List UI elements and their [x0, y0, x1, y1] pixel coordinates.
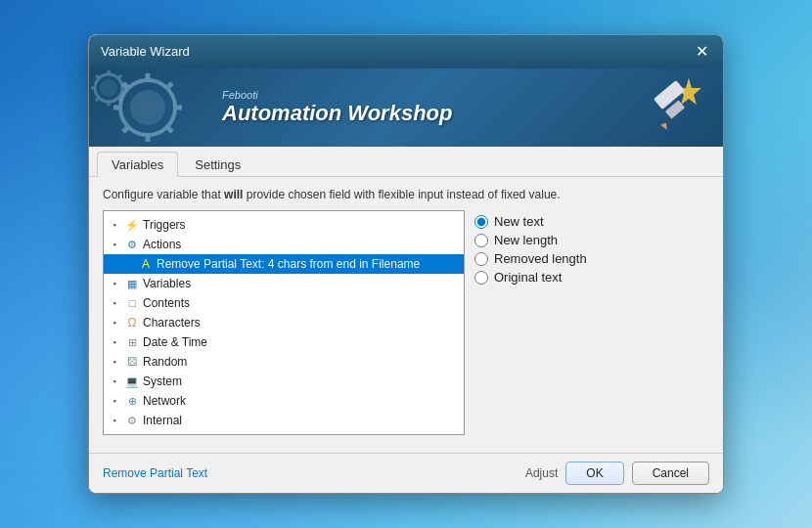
tree-item-remove-partial[interactable]: A Remove Partial Text: 4 chars from end …	[104, 254, 464, 274]
bottom-bar: Remove Partial Text Adjust OK Cancel	[89, 453, 723, 493]
tree-item-internal[interactable]: ▪ ⚙ Internal	[104, 411, 464, 430]
tree-item-contents[interactable]: ▪ □ Contents	[104, 293, 464, 313]
toggle-network[interactable]: ▪	[108, 394, 121, 408]
system-icon: 💻	[124, 374, 140, 389]
svg-point-2	[142, 102, 154, 113]
description-text: Configure variable that will provide cho…	[103, 187, 709, 203]
ok-button[interactable]: OK	[565, 462, 623, 485]
toggle-actions[interactable]: ▪	[108, 238, 121, 251]
toggle-variables[interactable]: ▪	[108, 277, 121, 290]
tree-item-system[interactable]: ▪ 💻 System	[104, 372, 464, 391]
internal-icon: ⚙	[124, 413, 140, 428]
tree-item-random[interactable]: ▪ ⚄ Random	[104, 352, 464, 372]
radio-item-removed-length[interactable]: Removed length	[474, 251, 709, 266]
toggle-datetime[interactable]: ▪	[108, 335, 121, 349]
radio-label-new-text: New text	[494, 214, 544, 229]
lightning-icon: ⚡	[124, 217, 140, 233]
remove-partial-icon: A	[138, 256, 154, 272]
tree-label-contents: Contents	[143, 296, 460, 310]
svg-line-10	[167, 127, 172, 132]
toggle-random[interactable]: ▪	[108, 355, 121, 369]
svg-line-19	[118, 75, 121, 78]
svg-point-13	[106, 85, 112, 91]
tree-label-internal: Internal	[143, 414, 460, 427]
radio-removed-length[interactable]	[474, 252, 488, 266]
characters-icon: Ω	[124, 315, 140, 330]
tree-label-characters: Characters	[143, 316, 460, 330]
bottom-buttons: Adjust OK Cancel	[525, 462, 709, 485]
toggle-internal[interactable]: ▪	[108, 414, 121, 427]
tree-label-random: Random	[143, 355, 460, 369]
banner: Febooti Automation Workshop	[89, 68, 723, 147]
radio-original-text[interactable]	[474, 271, 488, 285]
main-panel: ▪ ⚡ Triggers ▪ ⚙ Actions A Remove Partia…	[103, 210, 709, 435]
content-area: Configure variable that will provide cho…	[89, 177, 723, 446]
toggle-characters[interactable]: ▪	[108, 316, 121, 330]
variable-wizard-dialog: Variable Wizard ✕	[88, 34, 724, 495]
svg-line-18	[96, 75, 99, 78]
contents-icon: □	[124, 295, 140, 311]
tree-label-triggers: Triggers	[143, 218, 460, 232]
banner-title: Febooti Automation Workshop	[222, 89, 452, 126]
radio-item-new-text[interactable]: New text	[474, 214, 709, 229]
tree-label-remove-partial: Remove Partial Text: 4 chars from end in…	[157, 257, 460, 271]
radio-label-original-text: Original text	[494, 270, 562, 285]
radio-item-new-length[interactable]: New length	[474, 233, 709, 247]
tree-item-variables[interactable]: ▪ ▦ Variables	[104, 274, 464, 293]
banner-pencil-icon	[625, 73, 703, 142]
tab-settings[interactable]: Settings	[180, 152, 255, 177]
titlebar: Variable Wizard ✕	[89, 35, 723, 68]
close-button[interactable]: ✕	[692, 42, 711, 62]
network-icon: ⊕	[124, 393, 140, 409]
toggle-triggers[interactable]: ▪	[108, 218, 121, 232]
datetime-icon: ⊞	[124, 334, 140, 350]
toggle-remove-partial	[108, 257, 135, 271]
tree-label-variables: Variables	[143, 277, 460, 290]
tree-label-network: Network	[143, 394, 460, 408]
febooti-label: Febooti	[222, 89, 452, 101]
svg-line-21	[118, 98, 121, 101]
description-bold: will	[224, 188, 243, 201]
radio-new-text[interactable]	[474, 215, 488, 229]
tree-item-characters[interactable]: ▪ Ω Characters	[104, 313, 464, 332]
tree-label-system: System	[143, 374, 460, 388]
radio-item-original-text[interactable]: Original text	[474, 270, 709, 285]
workshop-label: Automation Workshop	[222, 101, 452, 126]
toggle-contents[interactable]: ▪	[108, 296, 121, 310]
help-link[interactable]: Remove Partial Text	[103, 466, 207, 480]
radio-options: New text New length Removed length Origi…	[474, 210, 709, 435]
radio-label-removed-length: Removed length	[494, 251, 587, 266]
tree-item-actions[interactable]: ▪ ⚙ Actions	[104, 235, 464, 254]
tree-item-datetime[interactable]: ▪ ⊞ Date & Time	[104, 332, 464, 352]
tree-label-actions: Actions	[143, 238, 460, 251]
tree-view[interactable]: ▪ ⚡ Triggers ▪ ⚙ Actions A Remove Partia…	[103, 210, 465, 435]
action-icon: ⚙	[124, 237, 140, 252]
tree-label-datetime: Date & Time	[143, 335, 460, 349]
tab-variables[interactable]: Variables	[97, 152, 178, 177]
random-icon: ⚄	[124, 354, 140, 370]
svg-marker-25	[660, 121, 670, 131]
svg-line-8	[167, 83, 172, 88]
tree-item-triggers[interactable]: ▪ ⚡ Triggers	[104, 215, 464, 235]
tree-item-network[interactable]: ▪ ⊕ Network	[104, 391, 464, 411]
radio-label-new-length: New length	[494, 233, 558, 247]
variable-icon: ▦	[124, 276, 140, 291]
tabs: Variables Settings	[89, 147, 723, 177]
toggle-system[interactable]: ▪	[108, 374, 121, 388]
radio-new-length[interactable]	[474, 234, 488, 247]
adjust-label: Adjust	[525, 466, 558, 480]
svg-line-9	[123, 127, 128, 132]
svg-line-20	[96, 98, 99, 101]
dialog-title: Variable Wizard	[101, 44, 190, 59]
cancel-button[interactable]: Cancel	[632, 462, 709, 485]
